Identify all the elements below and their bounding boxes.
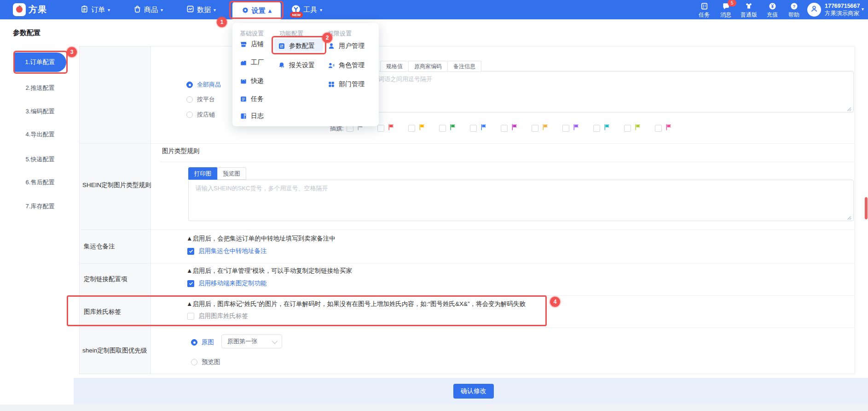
shein-tab-strip: 打印图预览图 — [188, 167, 246, 180]
flag-icon — [418, 123, 426, 133]
question-icon: ? — [782, 1, 805, 11]
annotation-step-4: 4 — [550, 297, 560, 307]
gear-icon — [242, 6, 249, 15]
brand-logo[interactable] — [13, 3, 26, 16]
confirm-button[interactable]: 确认修改 — [453, 384, 494, 399]
radio-by-shop[interactable]: 按店铺 — [186, 111, 215, 119]
original-image-select[interactable]: 原图第一张 — [221, 335, 282, 348]
radio-icon — [186, 96, 193, 103]
coin-yuan-icon — [761, 1, 784, 11]
radio-by-platform[interactable]: 按平台 — [186, 95, 215, 104]
menu-item-factory[interactable]: 工厂 — [240, 59, 264, 67]
surname-tag-checkbox[interactable]: 启用图库姓氏标签 — [187, 312, 248, 320]
flag-checkbox-blue[interactable] — [470, 123, 487, 133]
sliders-icon — [278, 42, 285, 50]
chevron-down-icon[interactable]: ▾ — [862, 6, 864, 12]
resize-grip-icon[interactable] — [847, 106, 851, 111]
util-edition-label: 普通版 — [737, 12, 760, 18]
flag-icon — [603, 123, 611, 133]
menu-item-label: 任务 — [251, 95, 264, 103]
sidebar-item-stock-config[interactable]: 7.库存配置 — [14, 200, 66, 212]
menu-item-label: 用户管理 — [339, 42, 365, 50]
util-help[interactable]: ? 帮助 — [782, 1, 805, 18]
resize-grip-icon[interactable] — [847, 215, 851, 219]
util-messages[interactable]: 5 消息 — [714, 1, 737, 18]
tshirt-icon — [737, 1, 760, 11]
util-edition[interactable]: 普通版 — [737, 1, 760, 18]
menu-item-log[interactable]: 日志 — [240, 112, 264, 120]
annotation-step-1: 1 — [217, 17, 227, 27]
flag-checkbox-magenta[interactable] — [501, 123, 518, 133]
flag-icon — [480, 123, 487, 133]
menu-item-courier[interactable]: 快递 — [240, 77, 264, 85]
chevron-up-icon: ▴ — [268, 6, 272, 15]
account-info[interactable]: 17769715667 方果演示商家 — [825, 2, 860, 17]
checkbox-icon — [501, 125, 508, 132]
panel-title-image-type-rule: 图片类型规则 — [162, 147, 199, 155]
tab-preview-image[interactable]: 预览图 — [217, 167, 247, 180]
consolidation-warning: ▲启用后，会把集运订单的中转地址填写到卖家备注中 — [186, 235, 336, 243]
tab-remark-info[interactable]: 备注信息 — [447, 61, 481, 72]
util-recharge[interactable]: 充值 — [761, 1, 784, 18]
task-list-icon — [693, 1, 716, 11]
sidebar-item-encode-config[interactable]: 3.编码配置 — [14, 106, 66, 117]
radio-preview-image[interactable]: 预览图 — [191, 358, 220, 366]
menu-item-customs-settings[interactable]: 报关设置 — [278, 61, 315, 70]
tab-original-merchant-code[interactable]: 原商家编码 — [408, 61, 448, 72]
log-icon — [240, 112, 247, 120]
role-icon — [328, 62, 335, 69]
custom-link-checkbox[interactable]: 启用移动端来图定制功能 — [187, 279, 267, 288]
flag-checkbox-gold[interactable] — [532, 123, 549, 133]
util-tasks[interactable]: 任务 — [693, 1, 716, 18]
menu-item-shop[interactable]: 店铺 — [240, 40, 264, 48]
scrollbar-thumb[interactable] — [865, 197, 868, 219]
shop-icon — [240, 41, 247, 48]
flag-checkbox-violet[interactable] — [562, 123, 580, 133]
row-divider — [80, 328, 855, 328]
menu-item-tasks[interactable]: 任务 — [240, 95, 264, 103]
menu-item-label: 店铺 — [251, 40, 264, 48]
flag-checkbox-green[interactable] — [439, 123, 457, 133]
menu-item-department-management[interactable]: 部门管理 — [328, 80, 365, 88]
consolidation-checkbox[interactable]: 启用集运仓中转地址备注 — [187, 247, 267, 255]
sidebar-item-express-config[interactable]: 5.快递配置 — [14, 153, 66, 165]
menu-item-role-management[interactable]: 角色管理 — [328, 61, 365, 70]
sidebar-item-label: 7.库存配置 — [26, 202, 55, 211]
checkbox-label: 启用移动端来图定制功能 — [198, 279, 267, 288]
avatar[interactable] — [807, 3, 821, 17]
checkbox-icon — [655, 125, 662, 132]
flag-checkbox-lime[interactable] — [624, 123, 642, 133]
flag-checkbox-pink[interactable] — [655, 123, 672, 133]
checkbox-icon — [187, 313, 194, 320]
row-divider — [80, 263, 855, 264]
tab-print-image[interactable]: 打印图 — [188, 167, 218, 180]
sidebar-item-label: 6.售后配置 — [26, 178, 55, 187]
menu-item-parameter-config[interactable]: 参数配置 — [278, 42, 315, 50]
tab-spec-value[interactable]: 规格值 — [380, 61, 409, 72]
sidebar-item-push-config[interactable]: 2.推送配置 — [14, 82, 66, 94]
message-count-badge: 5 — [728, 0, 736, 6]
radio-original-image[interactable]: 原图 — [191, 338, 214, 346]
radio-all-products[interactable]: 全部商品 — [186, 81, 221, 89]
flag-checkbox-cyan[interactable] — [593, 123, 611, 133]
row-label-surname-tag: 图库姓氏标签 — [84, 308, 153, 316]
shein-skc-placeholder: 请输入SHEIN的SKC货号，多个用逗号、空格隔开 — [196, 184, 328, 193]
sidebar-item-export-config[interactable]: 4.导出配置 — [14, 129, 66, 141]
radio-icon — [191, 359, 197, 365]
sidebar-item-label: 3.编码配置 — [26, 107, 55, 116]
sidebar-item-aftersale-config[interactable]: 6.售后配置 — [14, 176, 66, 188]
flag-checkbox-red[interactable] — [377, 123, 395, 133]
sidebar-item-order-config[interactable]: 1.订单配置 — [14, 53, 66, 72]
row-label-shein-priority: shein定制图取图优先级 — [82, 346, 151, 355]
menu-group-title-function: 功能配置 — [279, 29, 303, 38]
nav-data[interactable]: 数据 ▾ — [186, 0, 216, 19]
page-title: 参数配置 — [13, 29, 41, 37]
checkbox-icon — [408, 125, 415, 132]
nav-orders[interactable]: 订单 ▾ — [81, 0, 110, 19]
nav-products[interactable]: 商品 ▾ — [133, 0, 163, 19]
flag-checkbox-yellow[interactable] — [408, 123, 426, 133]
nav-orders-label: 订单 — [91, 6, 105, 14]
nav-settings[interactable]: 设置 ▴ — [232, 2, 281, 19]
annotation-step-3: 3 — [67, 47, 77, 57]
menu-item-user-management[interactable]: 用户管理 — [328, 42, 365, 50]
